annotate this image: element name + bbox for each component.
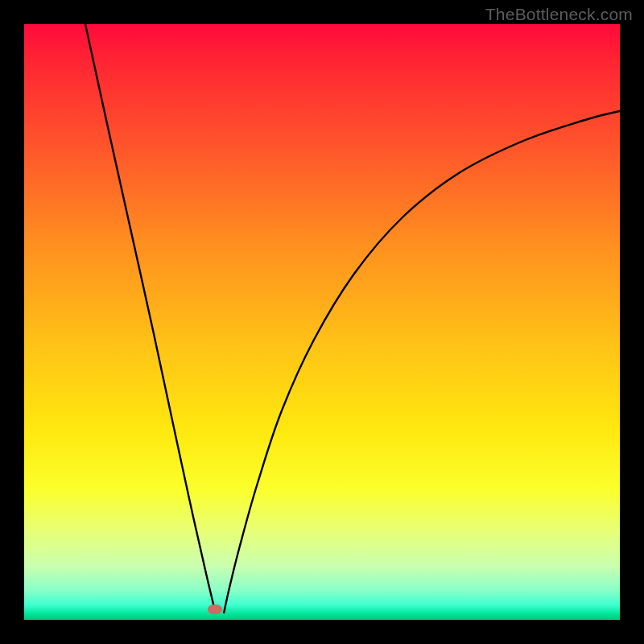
plot-area xyxy=(24,24,620,620)
optimum-marker xyxy=(208,605,222,614)
bottleneck-curve xyxy=(24,24,620,620)
watermark-text: TheBottleneck.com xyxy=(485,5,633,24)
curve-left-branch xyxy=(85,24,216,613)
curve-right-branch xyxy=(224,111,620,613)
